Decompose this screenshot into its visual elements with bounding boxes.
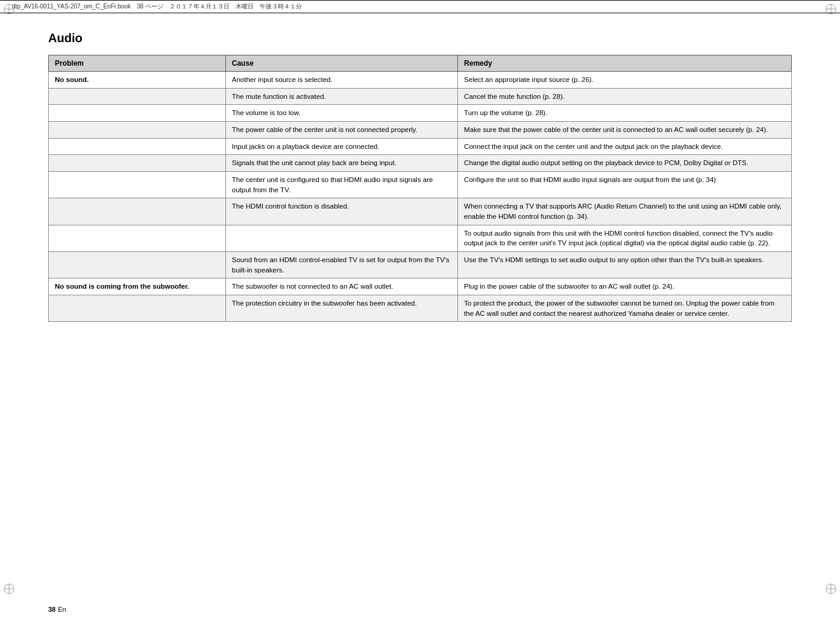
table-row: The power cable of the center unit is no… — [49, 122, 792, 139]
cause-cell: The power cable of the center unit is no… — [225, 122, 457, 139]
problem-cell: No sound is coming from the subwoofer. — [49, 278, 226, 295]
remedy-cell: Make sure that the power cable of the ce… — [458, 122, 792, 139]
table-row: To output audio signals from this unit w… — [49, 225, 792, 251]
cause-cell: Sound from an HDMI control-enabled TV is… — [225, 252, 457, 278]
problem-cell — [49, 172, 226, 198]
header-text: dtp_AV16-0011_YAS-207_om_C_EnFr.book 38 … — [12, 2, 302, 11]
remedy-cell: When connecting a TV that supports ARC (… — [458, 198, 792, 225]
col-header-remedy: Remedy — [458, 55, 792, 72]
table-row: The mute function is activated.Cancel th… — [49, 88, 792, 105]
footer-bar: 38 En — [0, 606, 840, 613]
table-row: No sound.Another input source is selecte… — [49, 72, 792, 89]
page-container: dtp_AV16-0011_YAS-207_om_C_EnFr.book 38 … — [0, 0, 840, 619]
col-header-cause: Cause — [225, 55, 457, 72]
problem-cell — [49, 295, 226, 322]
remedy-cell: Use the TV's HDMI settings to set audio … — [458, 252, 792, 278]
remedy-cell: Change the digital audio output setting … — [458, 155, 792, 172]
content-area: Audio Problem Cause Remedy No sound.Anot… — [0, 13, 840, 358]
cause-cell: The center unit is configured so that HD… — [225, 172, 457, 198]
table-row: The HDMI control function is disabled.Wh… — [49, 198, 792, 225]
remedy-cell: Select an appropriate input source (p. 2… — [458, 72, 792, 89]
problem-cell — [49, 225, 226, 251]
remedy-cell: To output audio signals from this unit w… — [458, 225, 792, 251]
remedy-cell: Turn up the volume (p. 28). — [458, 105, 792, 122]
cause-cell — [225, 225, 457, 251]
cause-cell: The subwoofer is not connected to an AC … — [225, 278, 457, 295]
col-header-problem: Problem — [49, 55, 226, 72]
table-row: The volume is too low.Turn up the volume… — [49, 105, 792, 122]
corner-mark-br — [825, 583, 837, 595]
remedy-cell: Plug in the power cable of the subwoofer… — [458, 278, 792, 295]
problem-cell: No sound. — [49, 72, 226, 89]
remedy-cell: Configure the unit so that HDMI audio in… — [458, 172, 792, 198]
cause-cell: The HDMI control function is disabled. — [225, 198, 457, 225]
header-bar: dtp_AV16-0011_YAS-207_om_C_EnFr.book 38 … — [0, 0, 840, 13]
table-row: No sound is coming from the subwoofer.Th… — [49, 278, 792, 295]
table-row: The center unit is configured so that HD… — [49, 172, 792, 198]
table-row: The protection circuitry in the subwoofe… — [49, 295, 792, 322]
remedy-cell: Connect the input jack on the center uni… — [458, 138, 792, 155]
cause-cell: The volume is too low. — [225, 105, 457, 122]
problem-cell — [49, 88, 226, 105]
cause-cell: Signals that the unit cannot play back a… — [225, 155, 457, 172]
page-number: 38 — [48, 606, 55, 613]
cause-cell: Input jacks on a playback device are con… — [225, 138, 457, 155]
cause-cell: The mute function is activated. — [225, 88, 457, 105]
problem-cell — [49, 122, 226, 139]
cause-cell: Another input source is selected. — [225, 72, 457, 89]
cause-cell: The protection circuitry in the subwoofe… — [225, 295, 457, 322]
audio-table: Problem Cause Remedy No sound.Another in… — [48, 55, 792, 322]
problem-cell — [49, 252, 226, 278]
table-row: Input jacks on a playback device are con… — [49, 138, 792, 155]
page-lang: En — [58, 606, 66, 613]
problem-cell — [49, 198, 226, 225]
remedy-cell: To protect the product, the power of the… — [458, 295, 792, 322]
problem-cell — [49, 105, 226, 122]
corner-mark-bl — [3, 583, 15, 595]
remedy-cell: Cancel the mute function (p. 28). — [458, 88, 792, 105]
table-row: Sound from an HDMI control-enabled TV is… — [49, 252, 792, 278]
table-row: Signals that the unit cannot play back a… — [49, 155, 792, 172]
problem-cell — [49, 155, 226, 172]
section-title: Audio — [48, 31, 792, 45]
problem-cell — [49, 138, 226, 155]
table-header-row: Problem Cause Remedy — [49, 55, 792, 72]
